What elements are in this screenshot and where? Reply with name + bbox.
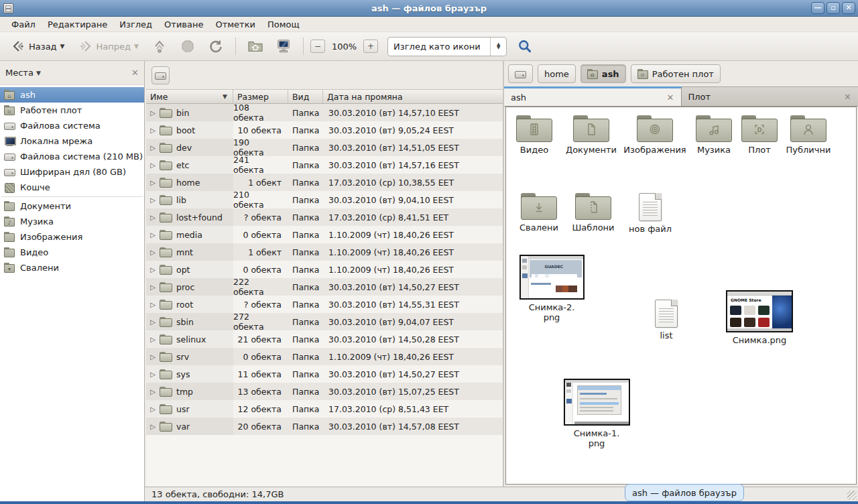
path-button-Работен плот[interactable]: ▫Работен плот bbox=[631, 64, 721, 83]
zoom-in-button[interactable]: + bbox=[363, 40, 378, 53]
table-row-lost+found[interactable]: ▷lost+found? обектаПапка17.03.2010 (ср) … bbox=[146, 208, 503, 226]
sidebar-item-файлова-система-210-mb-[interactable]: Файлова система (210 MB) bbox=[0, 149, 144, 164]
expander-icon[interactable]: ▷ bbox=[149, 109, 157, 117]
menu-item-отметки[interactable]: Отметки bbox=[209, 18, 261, 31]
tab-плот[interactable]: Плот✕ bbox=[682, 86, 858, 106]
tab-ash[interactable]: ash✕ bbox=[504, 86, 682, 106]
table-row-sbin[interactable]: ▷sbin272 обектаПапка30.03.2010 (вт) 9,04… bbox=[146, 313, 503, 330]
column-header-name[interactable]: Име ▼ bbox=[146, 90, 233, 103]
icon-view-item-свалени[interactable]: Свалени bbox=[511, 193, 566, 233]
maximize-button[interactable]: ▫ bbox=[826, 2, 840, 14]
table-row-boot[interactable]: ▷boot10 обектаПапка30.03.2010 (вт) 9,05,… bbox=[146, 121, 503, 139]
expander-icon[interactable]: ▷ bbox=[149, 284, 157, 291]
expander-icon[interactable]: ▷ bbox=[149, 162, 157, 169]
expander-icon[interactable]: ▷ bbox=[149, 371, 157, 378]
path-button-home[interactable]: home bbox=[538, 64, 576, 83]
zoom-out-button[interactable]: − bbox=[310, 40, 325, 53]
expander-icon[interactable]: ▷ bbox=[149, 231, 157, 239]
stop-button[interactable] bbox=[175, 36, 200, 56]
table-row-media[interactable]: ▷media0 обектаПапка1.10.2009 (чт) 18,40,… bbox=[146, 226, 503, 243]
table-row-tmp[interactable]: ▷tmp13 обектаПапка30.03.2010 (вт) 15,07,… bbox=[146, 383, 503, 400]
expander-icon[interactable]: ▷ bbox=[149, 196, 157, 204]
expander-icon[interactable]: ▷ bbox=[149, 405, 157, 413]
back-button[interactable]: Назад ▼ bbox=[5, 36, 70, 56]
menu-item-изглед[interactable]: Изглед bbox=[113, 18, 158, 31]
expander-icon[interactable]: ▷ bbox=[149, 353, 157, 361]
sidebar-item-документи[interactable]: Документи bbox=[0, 198, 144, 214]
table-row-selinux[interactable]: ▷selinux21 обектаПапка30.03.2010 (вт) 14… bbox=[146, 330, 503, 348]
menu-item-отиване[interactable]: Отиване bbox=[158, 18, 209, 31]
icon-view-item-снимка-1.png[interactable]: Снимка-1.png bbox=[562, 379, 631, 448]
sidebar-close-icon[interactable]: ✕ bbox=[131, 68, 139, 78]
column-header-type[interactable]: Вид bbox=[288, 90, 323, 103]
sidebar-item-файлова-система[interactable]: Файлова система bbox=[0, 118, 144, 133]
menu-item-помощ[interactable]: Помощ bbox=[261, 18, 306, 31]
icon-view-item-снимка.png[interactable]: GNOME StoreСнимка.png bbox=[725, 290, 794, 345]
sidebar-item-работен-плот[interactable]: ▫Работен плот bbox=[0, 103, 144, 118]
table-row-sys[interactable]: ▷sys11 обектаПапка30.03.2010 (вт) 14,50,… bbox=[146, 365, 503, 383]
table-row-home[interactable]: ▷home1 обектПапка17.03.2010 (ср) 10,38,5… bbox=[146, 174, 503, 191]
expander-icon[interactable]: ▷ bbox=[149, 336, 157, 343]
sidebar-item-музика[interactable]: ♪Музика bbox=[0, 214, 144, 229]
expander-icon[interactable]: ▷ bbox=[149, 249, 157, 256]
menu-item-файл[interactable]: Файл bbox=[5, 18, 42, 31]
table-row-lib[interactable]: ▷lib210 обектаПапка30.03.2010 (вт) 9,04,… bbox=[146, 191, 503, 208]
menu-item-редактиране[interactable]: Редактиране bbox=[42, 18, 113, 31]
icon-view-item-видео[interactable]: Видео bbox=[507, 115, 562, 155]
table-row-usr[interactable]: ▷usr12 обектаПапка17.03.2010 (ср) 8,51,4… bbox=[146, 400, 503, 418]
expander-icon[interactable]: ▷ bbox=[149, 127, 157, 134]
up-button[interactable] bbox=[147, 36, 172, 56]
expander-icon[interactable]: ▷ bbox=[149, 388, 157, 395]
icon-view-item-снимка-2.png[interactable]: GUADECСнимка-2.png bbox=[517, 255, 587, 322]
table-row-srv[interactable]: ▷srv0 обектаПапка1.10.2009 (чт) 18,40,26… bbox=[146, 348, 503, 365]
expander-icon[interactable]: ▷ bbox=[149, 214, 157, 221]
chevron-down-icon[interactable]: ▼ bbox=[36, 70, 41, 76]
expander-icon[interactable]: ▷ bbox=[149, 318, 157, 326]
column-header-date[interactable]: Дата на промяна bbox=[323, 90, 503, 103]
root-location-button[interactable] bbox=[151, 66, 170, 84]
column-header-size[interactable]: Размер bbox=[233, 90, 288, 103]
expander-icon[interactable]: ▷ bbox=[149, 266, 157, 273]
tab-close-icon[interactable]: ✕ bbox=[844, 92, 851, 102]
places-title[interactable]: Места bbox=[5, 68, 34, 78]
icon-view-item-музика[interactable]: Музика bbox=[686, 115, 741, 155]
search-icon[interactable] bbox=[517, 39, 532, 54]
icon-view-item-list[interactable]: list bbox=[639, 300, 694, 340]
icon-view-item-документи[interactable]: Документи bbox=[562, 115, 620, 155]
expander-icon[interactable]: ▷ bbox=[149, 179, 157, 186]
resize-grip[interactable] bbox=[847, 491, 857, 500]
table-row-opt[interactable]: ▷opt0 обектаПапка1.10.2009 (чт) 18,40,26… bbox=[146, 261, 503, 278]
icon-view-item-публични[interactable]: Публични bbox=[777, 115, 840, 155]
tab-close-icon[interactable]: ✕ bbox=[667, 92, 674, 103]
forward-button[interactable]: Напред ▼ bbox=[73, 36, 144, 56]
table-row-var[interactable]: ▷var20 обектаПапка30.03.2010 (вт) 14,57,… bbox=[146, 418, 503, 435]
table-row-etc[interactable]: ▷etc241 обектаПапка30.03.2010 (вт) 14,57… bbox=[146, 156, 503, 174]
table-row-proc[interactable]: ▷proc222 обектаПапка30.03.2010 (вт) 14,5… bbox=[146, 278, 503, 296]
path-button-root[interactable] bbox=[508, 64, 533, 83]
sidebar-item-свалени[interactable]: ▾Свалени bbox=[0, 260, 144, 275]
expander-icon[interactable]: ▷ bbox=[149, 301, 157, 308]
icon-view-item-изображения[interactable]: Изображения bbox=[621, 115, 688, 155]
icon-view-item-нов-файл[interactable]: нов файл bbox=[623, 193, 678, 234]
sidebar-item-кошче[interactable]: Кошче bbox=[0, 180, 144, 195]
path-button-ash[interactable]: ⌂ash bbox=[580, 64, 626, 83]
icon-view-item-шаблони[interactable]: Шаблони bbox=[565, 193, 621, 233]
table-row-mnt[interactable]: ▷mnt1 обектПапка1.10.2009 (чт) 18,40,26 … bbox=[146, 243, 503, 261]
expander-icon[interactable]: ▷ bbox=[149, 423, 157, 430]
table-row-bin[interactable]: ▷bin108 обектаПапка30.03.2010 (вт) 14,57… bbox=[146, 104, 503, 121]
icon-view-area[interactable]: ВидеоДокументиИзображенияМузикаDПлотПубл… bbox=[505, 107, 857, 485]
view-mode-select[interactable]: Изглед като икони ▲▼ bbox=[387, 37, 507, 56]
reload-button[interactable] bbox=[203, 36, 229, 56]
table-row-dev[interactable]: ▷dev190 обектаПапка30.03.2010 (вт) 14,51… bbox=[146, 139, 503, 156]
sidebar-item-изображения[interactable]: Изображения bbox=[0, 229, 144, 245]
minimize-button[interactable]: — bbox=[811, 2, 824, 14]
close-button[interactable]: ✕ bbox=[842, 2, 855, 14]
back-history-caret[interactable]: ▼ bbox=[60, 43, 65, 50]
sidebar-item-локална-мрежа[interactable]: Локална мрежа bbox=[0, 133, 144, 149]
sidebar-item-ash[interactable]: ⌂ash bbox=[0, 87, 144, 103]
sidebar-item-видео[interactable]: Видео bbox=[0, 245, 144, 260]
home-button[interactable] bbox=[243, 36, 268, 56]
computer-button[interactable] bbox=[271, 36, 296, 56]
sidebar-item-шифриран-дял-80-gb-[interactable]: Шифриран дял (80 GB) bbox=[0, 164, 144, 180]
table-row-root[interactable]: ▷root? обектаПапка30.03.2010 (вт) 14,55,… bbox=[146, 296, 503, 313]
